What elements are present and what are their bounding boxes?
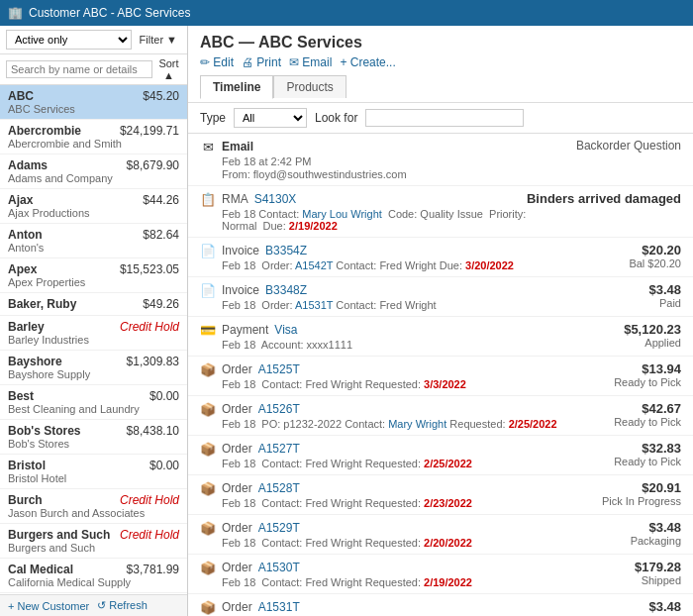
email-icon: ✉: [200, 139, 216, 154]
tabs-row: TimelineProducts: [200, 75, 681, 98]
table-row: 📦 Order A1530T Feb 18 Contact: Fred Wrig…: [188, 555, 693, 594]
right-header: ABC — ABC Services ✏ Edit 🖨 Print ✉ Emai…: [188, 26, 693, 103]
new-customer-button[interactable]: + New Customer: [8, 600, 89, 612]
list-item[interactable]: Baker, Ruby $49.26: [0, 293, 187, 316]
customer-balance: $0.00: [149, 389, 179, 403]
customer-balance: $1,309.83: [127, 355, 179, 368]
item-link[interactable]: A1530T: [258, 561, 300, 574]
tab-products[interactable]: Products: [273, 75, 346, 98]
action-bar: ✏ Edit 🖨 Print ✉ Email + Create...: [200, 55, 681, 69]
item-link[interactable]: A1528T: [258, 481, 300, 495]
item-link[interactable]: A1526T: [258, 402, 300, 416]
create-button[interactable]: + Create...: [340, 55, 395, 69]
customer-balance: Credit Hold: [120, 528, 179, 542]
customer-name: Baker, Ruby: [8, 297, 76, 311]
item-amount: $5,120.23: [582, 322, 681, 337]
refresh-button[interactable]: ↺ Refresh: [97, 599, 148, 612]
item-detail: Feb 18 Contact: Fred Wright Requested: 2…: [222, 537, 582, 549]
customer-name: Anton: [8, 228, 43, 242]
active-filter-dropdown[interactable]: Active only All: [6, 30, 132, 50]
item-link[interactable]: S4130X: [254, 192, 297, 206]
list-item[interactable]: Anton $82.64 Anton's: [0, 224, 187, 258]
tab-timeline[interactable]: Timeline: [200, 75, 273, 99]
customer-subname: Burgers and Such: [8, 542, 179, 554]
item-type: Order: [222, 402, 252, 416]
item-link[interactable]: A1527T: [258, 442, 300, 456]
item-link[interactable]: B3354Z: [265, 244, 307, 257]
top-bar: 🏢 Customer ABC - ABC Services: [0, 0, 693, 26]
item-icon: 📦: [200, 520, 216, 536]
list-item[interactable]: Best $0.00 Best Cleaning and Laundry: [0, 385, 187, 420]
item-link[interactable]: B3348Z: [265, 283, 307, 297]
item-status: Paid: [582, 297, 681, 309]
item-status: Ready to Pick: [582, 416, 681, 428]
item-type: Order: [222, 362, 252, 376]
table-row: 📦 Order A1531T Feb 18 Contact: Fred Wrig…: [188, 594, 693, 616]
item-type: Invoice: [222, 244, 259, 257]
list-item[interactable]: Abercrombie $24,199.71 Abercrombie and S…: [0, 120, 187, 154]
item-subject: Backorder Question: [576, 139, 681, 153]
top-bar-icon: 🏢: [8, 6, 23, 20]
table-row: 📄 Invoice B3348Z Feb 18 Order: A1531T Co…: [188, 277, 693, 317]
list-item[interactable]: Bayshore $1,309.83 Bayshore Supply: [0, 351, 187, 385]
filter-button[interactable]: Filter ▼: [136, 32, 181, 48]
lookfor-input[interactable]: [365, 109, 524, 127]
customer-name: Bayshore: [8, 355, 62, 368]
item-detail: Feb 18 Contact: Fred Wright Requested: 2…: [222, 458, 582, 469]
list-item[interactable]: Ajax $44.26 Ajax Productions: [0, 189, 187, 224]
filter-row: Type All Email Invoice Order Payment RMA…: [188, 103, 693, 134]
item-type: Email: [222, 140, 253, 154]
customer-name: Adams: [8, 158, 48, 172]
list-item[interactable]: Bristol $0.00 Bristol Hotel: [0, 455, 187, 489]
customer-balance: $45.20: [143, 89, 179, 103]
customer-balance: Credit Hold: [120, 493, 179, 507]
customer-subname: ABC Services: [8, 103, 179, 115]
item-detail: Feb 18 Contact: Fred Wright Requested: 2…: [222, 576, 582, 588]
customer-name: Barley: [8, 320, 45, 334]
right-panel: ABC — ABC Services ✏ Edit 🖨 Print ✉ Emai…: [188, 26, 693, 616]
edit-button[interactable]: ✏ Edit: [200, 55, 234, 69]
email-button[interactable]: ✉ Email: [289, 55, 332, 69]
item-link[interactable]: A1529T: [258, 521, 300, 535]
sidebar-footer: + New Customer ↺ Refresh: [0, 594, 187, 616]
customer-name: Cal Medical: [8, 563, 73, 576]
customer-balance: $24,199.71: [120, 124, 179, 138]
customer-balance: $82.64: [143, 228, 179, 242]
search-input[interactable]: [6, 60, 152, 78]
item-link[interactable]: A1531T: [258, 600, 300, 614]
item-link[interactable]: A1525T: [258, 362, 300, 376]
item-detail: Feb 18 at 2:42 PM: [222, 155, 576, 167]
table-row: 📦 Order A1525T Feb 18 Contact: Fred Wrig…: [188, 357, 693, 396]
list-item[interactable]: Burch Credit Hold Jason Burch and Associ…: [0, 489, 187, 524]
type-label: Type: [200, 111, 226, 125]
list-item[interactable]: ABC $45.20 ABC Services: [0, 85, 187, 120]
item-link[interactable]: Visa: [274, 323, 297, 337]
customer-name: Burch: [8, 493, 43, 507]
print-button[interactable]: 🖨 Print: [242, 55, 281, 69]
item-status: Packaging: [582, 535, 681, 547]
item-icon: 📦: [200, 480, 216, 496]
customer-name: Best: [8, 389, 34, 403]
list-item[interactable]: Barley Credit Hold Barley Industries: [0, 316, 187, 351]
sort-button[interactable]: Sort ▲: [156, 57, 181, 81]
sidebar: Active only All Filter ▼ Sort ▲ ABC $45.…: [0, 26, 188, 616]
customer-subname: California Medical Supply: [8, 576, 179, 588]
customer-subname: Bristol Hotel: [8, 472, 179, 484]
item-icon: 💳: [200, 322, 216, 338]
item-amount: $13.94: [582, 361, 681, 376]
customer-name: Ajax: [8, 193, 33, 207]
list-item[interactable]: Adams $8,679.90 Adams and Company: [0, 154, 187, 189]
list-item[interactable]: Bob's Stores $8,438.10 Bob's Stores: [0, 420, 187, 455]
list-item[interactable]: Cal Medical $3,781.99 California Medical…: [0, 559, 187, 593]
list-item[interactable]: Apex $15,523.05 Apex Properties: [0, 258, 187, 293]
item-from: From: floyd@southwestindustries.com: [222, 168, 576, 180]
main-content: Active only All Filter ▼ Sort ▲ ABC $45.…: [0, 26, 693, 616]
customer-balance: $8,679.90: [127, 158, 179, 172]
item-amount: $20.91: [582, 480, 681, 495]
item-type: Order: [222, 442, 252, 456]
customer-name: Bob's Stores: [8, 424, 81, 438]
list-item[interactable]: Burgers and Such Credit Hold Burgers and…: [0, 524, 187, 559]
sidebar-toolbar: Active only All Filter ▼: [0, 26, 187, 54]
item-detail: Feb 18 Contact: Fred Wright Requested: 3…: [222, 378, 582, 390]
type-dropdown[interactable]: All Email Invoice Order Payment RMA: [234, 108, 307, 128]
